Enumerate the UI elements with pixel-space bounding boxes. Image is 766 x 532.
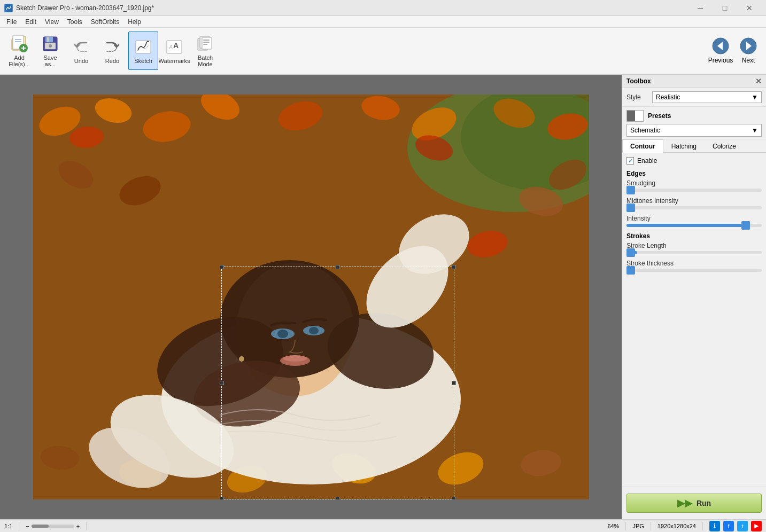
- menu-file[interactable]: File: [2, 17, 21, 27]
- add-files-button[interactable]: AddFile(s)...: [4, 32, 34, 70]
- svg-text:A: A: [168, 44, 173, 50]
- presets-row: Presets Schematic ▼: [622, 107, 766, 139]
- stroke-thickness-label: Stroke thickness: [626, 260, 762, 267]
- zoom-level: 1:1: [4, 523, 12, 529]
- presets-dropdown-arrow: ▼: [752, 127, 758, 134]
- toolbox-title: Toolbox: [626, 77, 651, 85]
- close-button[interactable]: ✕: [737, 0, 762, 16]
- tabs: Contour Hatching Colorize: [622, 139, 766, 153]
- toolbox-panel: Toolbox ✕ Style Realistic ▼ Presets Sche…: [622, 75, 766, 519]
- menu-help[interactable]: Help: [123, 17, 145, 27]
- image-format: JPG: [632, 523, 644, 529]
- previous-button[interactable]: Previous: [707, 32, 734, 70]
- tab-contour[interactable]: Contour: [622, 139, 663, 153]
- batch-mode-button[interactable]: BatchMode: [190, 32, 220, 70]
- stroke-length-track: [626, 251, 762, 254]
- youtube-icon[interactable]: ▶: [751, 521, 762, 531]
- menu-tools[interactable]: Tools: [63, 17, 87, 27]
- minimize-button[interactable]: ─: [688, 0, 713, 16]
- watermarks-button[interactable]: A A Watermarks: [159, 32, 189, 70]
- run-section: ▶▶ Run: [622, 487, 766, 519]
- svg-rect-10: [45, 37, 53, 42]
- midtones-thumb[interactable]: [626, 204, 635, 212]
- presets-label: Presets: [648, 112, 671, 120]
- facebook-icon[interactable]: f: [723, 521, 734, 531]
- previous-label: Previous: [708, 57, 733, 64]
- menu-edit[interactable]: Edit: [21, 17, 41, 27]
- batch-mode-label: BatchMode: [198, 54, 213, 67]
- menu-bar: File Edit View Tools SoftOrbits Help: [0, 16, 766, 28]
- window-controls: ─ □ ✕: [688, 0, 762, 16]
- image-dimensions: 1920x1280x24: [657, 523, 696, 529]
- zoom-minus-icon[interactable]: −: [26, 523, 29, 529]
- tab-colorize[interactable]: Colorize: [705, 139, 744, 153]
- intensity-thumb[interactable]: [741, 221, 750, 230]
- status-sep-4: [651, 522, 651, 530]
- stroke-thickness-thumb[interactable]: [626, 266, 635, 275]
- svg-text:A: A: [173, 41, 179, 50]
- redo-button[interactable]: Redo: [97, 32, 127, 70]
- save-as-icon: [41, 34, 60, 53]
- twitter-icon[interactable]: t: [737, 521, 748, 531]
- presets-header: Presets: [626, 110, 762, 122]
- undo-icon: [72, 37, 91, 57]
- svg-point-12: [49, 44, 52, 48]
- add-files-label: AddFile(s)...: [9, 54, 30, 67]
- svg-point-64: [283, 355, 307, 362]
- strokes-section-header: Strokes: [626, 232, 762, 240]
- style-value: Realistic: [656, 93, 680, 101]
- smudging-label: Smudging: [626, 179, 762, 187]
- zoom-percent: 64%: [607, 523, 619, 529]
- smudging-thumb[interactable]: [626, 186, 635, 194]
- smudging-slider-row: Smudging: [626, 179, 762, 192]
- social-icons: ℹ f t ▶: [709, 521, 762, 531]
- intensity-track: [626, 224, 762, 227]
- next-button[interactable]: Next: [735, 32, 762, 70]
- status-bar: 1:1 − + 64% JPG 1920x1280x24 ℹ f t ▶: [0, 519, 766, 532]
- toolbar-main-group: AddFile(s)... Saveas...: [4, 32, 220, 70]
- app-title: Sketch Drawer Pro - woman-2003647_1920.j…: [16, 4, 154, 12]
- canvas-area[interactable]: [0, 75, 622, 519]
- app-icon: [4, 4, 13, 12]
- watermarks-icon: A A: [165, 37, 184, 57]
- info-icon[interactable]: ℹ: [709, 521, 720, 531]
- canvas-image-container: [0, 75, 622, 519]
- sketch-button[interactable]: Sketch: [128, 32, 158, 70]
- svg-rect-20: [202, 37, 212, 49]
- add-files-icon: [10, 34, 29, 53]
- style-dropdown[interactable]: Realistic ▼: [652, 91, 762, 103]
- status-sep-3: [625, 522, 626, 530]
- menu-view[interactable]: View: [41, 17, 63, 27]
- stroke-length-thumb[interactable]: [626, 248, 635, 257]
- watermarks-label: Watermarks: [159, 58, 190, 64]
- undo-button[interactable]: Undo: [66, 32, 96, 70]
- redo-icon: [103, 37, 122, 57]
- tab-hatching[interactable]: Hatching: [663, 139, 705, 153]
- save-as-button[interactable]: Saveas...: [35, 32, 65, 70]
- menu-softorbits[interactable]: SoftOrbits: [87, 17, 123, 27]
- maximize-button[interactable]: □: [713, 0, 737, 16]
- presets-icon: [626, 110, 644, 122]
- run-button[interactable]: ▶▶ Run: [626, 494, 762, 513]
- stroke-length-slider-row: Stroke Length: [626, 242, 762, 254]
- svg-rect-14: [136, 41, 151, 53]
- edges-section-header: Edges: [626, 170, 762, 177]
- next-label: Next: [742, 57, 755, 64]
- zoom-plus-icon[interactable]: +: [76, 523, 80, 529]
- midtones-label: Midtones Intensity: [626, 197, 762, 205]
- status-sep-5: [702, 522, 703, 530]
- enable-label: Enable: [637, 157, 657, 165]
- svg-point-62: [309, 327, 319, 334]
- style-row: Style Realistic ▼: [622, 88, 766, 107]
- zoom-slider[interactable]: [32, 525, 74, 528]
- undo-label: Undo: [74, 58, 88, 64]
- smudging-track: [626, 189, 762, 192]
- intensity-fill: [626, 224, 748, 227]
- stroke-thickness-track: [626, 269, 762, 272]
- sketch-icon: [134, 37, 153, 57]
- presets-dropdown[interactable]: Schematic ▼: [626, 124, 762, 137]
- toolbox-close-button[interactable]: ✕: [755, 77, 762, 85]
- main-layout: Toolbox ✕ Style Realistic ▼ Presets Sche…: [0, 75, 766, 519]
- svg-rect-23: [203, 44, 207, 45]
- enable-checkbox[interactable]: [626, 157, 634, 165]
